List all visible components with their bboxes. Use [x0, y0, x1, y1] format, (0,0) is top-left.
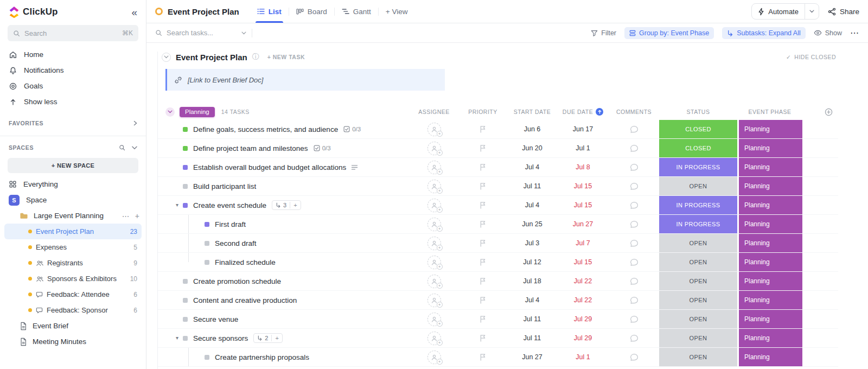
task-status-square-icon[interactable] [183, 317, 188, 322]
due-date[interactable]: Jul 29 [574, 334, 592, 342]
task-name[interactable]: Create partnership proposals [215, 353, 309, 361]
status-badge[interactable]: OPEN [659, 234, 737, 252]
event-phase-badge[interactable]: Planning [739, 215, 802, 233]
task-row[interactable]: ▾ Create partnership proposals [157, 348, 838, 367]
priority-flag-icon[interactable] [480, 182, 486, 190]
spaces-search-icon[interactable] [119, 144, 125, 151]
due-date[interactable]: Jul 15 [574, 258, 592, 266]
expand-chevron-icon[interactable]: ▾ [176, 335, 178, 341]
task-status-square-icon[interactable] [205, 222, 209, 227]
comments-icon[interactable] [630, 315, 639, 323]
comments-icon[interactable] [630, 125, 639, 133]
add-subtask-icon[interactable]: + [271, 335, 282, 341]
start-date[interactable]: Jul 18 [523, 277, 541, 285]
sidebar-item-goals[interactable]: Goals [0, 78, 146, 94]
task-name[interactable]: Create promotion schedule [193, 277, 281, 285]
due-date[interactable]: Jul 29 [574, 315, 592, 323]
start-date[interactable]: Jul 12 [523, 258, 541, 266]
group-status-badge[interactable]: Planning [180, 107, 215, 117]
collapse-group-icon[interactable] [165, 107, 175, 117]
sidebar-item-everything[interactable]: Everything [0, 176, 146, 192]
start-date[interactable]: Jun 27 [522, 353, 542, 361]
event-phase-badge[interactable]: Planning [739, 272, 802, 290]
priority-flag-icon[interactable] [480, 334, 486, 342]
assignee-button[interactable]: + [427, 161, 441, 174]
assignee-button[interactable]: + [427, 123, 441, 136]
comments-icon[interactable] [630, 296, 639, 304]
task-name[interactable]: Build participant list [193, 182, 256, 190]
task-status-square-icon[interactable] [205, 355, 209, 360]
task-name[interactable]: Secure venue [193, 315, 238, 323]
event-phase-badge[interactable]: Planning [739, 310, 802, 328]
priority-flag-icon[interactable] [480, 277, 486, 285]
task-row[interactable]: ▾ Define goals, success metrics, and aud… [157, 120, 838, 139]
due-date[interactable]: Jun 27 [573, 220, 593, 228]
due-date[interactable]: Jul 15 [574, 182, 592, 190]
favorites-section-header[interactable]: FAVORITES [0, 116, 146, 130]
sidebar-item-notifications[interactable]: Notifications [0, 62, 146, 78]
collapse-list-icon[interactable] [162, 53, 171, 62]
comments-icon[interactable] [630, 220, 639, 228]
event-phase-badge[interactable]: Planning [739, 329, 802, 347]
sidebar-doc-event-brief[interactable]: Event Brief [0, 318, 146, 334]
start-date[interactable]: Jul 11 [524, 182, 541, 190]
task-name[interactable]: Second draft [215, 239, 257, 247]
task-status-square-icon[interactable] [183, 279, 188, 284]
column-header-event-phase[interactable]: EVENT PHASE [737, 109, 802, 115]
spaces-section-header[interactable]: SPACES [0, 141, 146, 155]
chevron-down-icon[interactable] [241, 31, 246, 35]
task-search[interactable] [155, 29, 246, 37]
due-date[interactable]: Jul 1 [576, 353, 590, 361]
sidebar-list-item[interactable]: Sponsors & Exhibitors 10 [4, 271, 142, 287]
more-options-icon[interactable]: ⋯ [850, 28, 859, 38]
column-header-start-date[interactable]: START DATE [507, 109, 557, 115]
checklist-badge[interactable]: 0/3 [343, 126, 361, 132]
task-status-square-icon[interactable] [205, 241, 209, 246]
task-name[interactable]: Finalized schedule [215, 258, 276, 266]
sidebar-collapse-icon[interactable]: « [131, 7, 137, 17]
checklist-badge[interactable]: 0/3 [314, 145, 331, 151]
start-date[interactable]: Jul 11 [524, 315, 541, 323]
assignee-button[interactable]: + [427, 332, 441, 345]
due-date[interactable]: Jul 15 [574, 201, 592, 209]
add-column-icon[interactable] [802, 108, 838, 116]
tab-gantt[interactable]: Gantt [335, 0, 378, 23]
task-status-square-icon[interactable] [183, 165, 188, 170]
sidebar-item-show-less[interactable]: Show less [0, 94, 146, 110]
priority-flag-icon[interactable] [480, 315, 486, 323]
task-name[interactable]: Content and creative production [193, 296, 297, 304]
task-status-square-icon[interactable] [183, 127, 188, 132]
task-name[interactable]: Create event schedule [193, 201, 266, 209]
comments-icon[interactable] [630, 163, 639, 171]
priority-flag-icon[interactable] [480, 144, 486, 152]
sidebar-search[interactable]: ⌘K [8, 25, 138, 41]
start-date[interactable]: Jul 11 [524, 334, 541, 342]
priority-flag-icon[interactable] [480, 353, 486, 361]
comments-icon[interactable] [630, 334, 639, 342]
sidebar-search-input[interactable] [24, 29, 118, 37]
task-row[interactable]: ▾ Second draft [157, 234, 838, 253]
sidebar-list-item[interactable]: Feedback: Attendee 6 [4, 287, 142, 302]
task-name[interactable]: Secure sponsors [193, 334, 248, 342]
sidebar-doc-meeting-minutes[interactable]: Meeting Minutes [0, 334, 146, 349]
event-phase-badge[interactable]: Planning [739, 120, 802, 138]
new-task-button[interactable]: + NEW TASK [267, 54, 305, 60]
subtask-count-pill[interactable]: 3 + [272, 200, 301, 210]
column-header-status[interactable]: STATUS [659, 109, 737, 115]
start-date[interactable]: Jun 20 [522, 144, 542, 152]
priority-flag-icon[interactable] [480, 239, 486, 247]
event-phase-badge[interactable]: Planning [739, 196, 802, 214]
sidebar-list-item[interactable]: Registrants 9 [4, 255, 142, 271]
status-badge[interactable]: CLOSED [659, 120, 737, 138]
status-badge[interactable]: CLOSED [659, 139, 737, 157]
subtasks-button[interactable]: Subtasks: Expand All [722, 27, 805, 39]
hide-closed-toggle[interactable]: ✓ HIDE CLOSED [786, 54, 836, 60]
due-date[interactable]: Jul 22 [574, 277, 592, 285]
task-status-square-icon[interactable] [205, 260, 209, 265]
new-space-button[interactable]: + NEW SPACE [8, 158, 138, 173]
tab-list[interactable]: List [250, 0, 289, 23]
due-date[interactable]: Jun 17 [573, 125, 593, 133]
comments-icon[interactable] [630, 144, 639, 152]
expand-chevron-icon[interactable]: ▾ [176, 202, 178, 208]
task-name[interactable]: Define project team and milestones [193, 144, 308, 152]
